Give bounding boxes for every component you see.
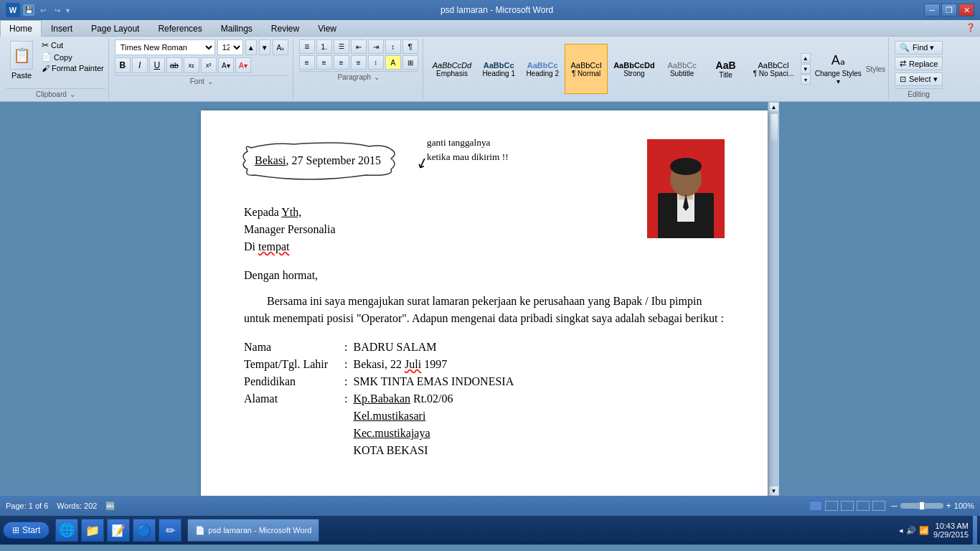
word-taskbar-icon: 📝 [111, 524, 126, 537]
align-right[interactable]: ≡ [334, 55, 349, 70]
bold-button[interactable]: B [115, 57, 131, 73]
clear-format-btn[interactable]: Aₐ [273, 39, 288, 55]
taskbar-explorer[interactable]: 📁 [81, 519, 104, 542]
field-nama: Nama : BADRU SALAM [244, 339, 514, 356]
style-scroll-up[interactable]: ▲ [801, 53, 811, 63]
field-label-lahir: Tempat/Tgl. Lahir [244, 356, 344, 373]
border-button[interactable]: ⊞ [402, 55, 418, 70]
zoom-controls: ─ + 100% [891, 501, 974, 511]
greeting-text: Dengan hormat, [244, 267, 725, 284]
redo-icon[interactable]: ↪ [52, 4, 63, 16]
font-size-select[interactable]: 12 [217, 39, 243, 55]
restore-button[interactable]: ❐ [941, 4, 957, 17]
undo-icon[interactable]: ↩ [37, 4, 49, 16]
style-heading2[interactable]: AaBbCc Heading 2 [521, 44, 564, 94]
style-strong[interactable]: AaBbCcDd Strong [608, 44, 659, 94]
justify-button[interactable]: ≡ [351, 55, 367, 70]
style-heading1[interactable]: AaBbCc Heading 1 [477, 44, 520, 94]
zoom-out-button[interactable]: ─ [891, 501, 897, 511]
numbering-button[interactable]: 1. [316, 39, 332, 54]
format-painter-action[interactable]: 🖌 Format Painter [40, 63, 105, 73]
zoom-slider[interactable] [900, 503, 943, 509]
zoom-in-button[interactable]: + [946, 501, 951, 511]
italic-button[interactable]: I [132, 57, 148, 73]
scroll-down-arrow[interactable]: ▼ [769, 486, 779, 496]
text-highlight-btn[interactable]: A▾ [218, 57, 234, 73]
style-normal-preview: AaBbCcI [570, 61, 601, 70]
find-button[interactable]: 🔍 Find ▾ [895, 41, 943, 55]
tab-home[interactable]: Home [0, 20, 42, 37]
bullets-button[interactable]: ≡ [299, 39, 315, 54]
style-title[interactable]: AaB Title [705, 44, 748, 94]
style-normal[interactable]: AaBbCcI ¶ Normal [565, 44, 608, 94]
scroll-up-arrow[interactable]: ▲ [769, 102, 779, 112]
full-screen-btn[interactable] [825, 501, 838, 511]
cut-action[interactable]: ✂ Cut [40, 39, 105, 51]
tab-view[interactable]: View [308, 20, 346, 37]
style-emphasis[interactable]: AaBbCcDd Emphasis [428, 44, 476, 94]
taskbar-ie[interactable]: 🌐 [55, 519, 78, 542]
close-button[interactable]: ✕ [958, 4, 974, 17]
style-scroll-down[interactable]: ▼ [801, 64, 811, 74]
clock-area[interactable]: 10:43 AM 9/29/2015 [933, 522, 969, 539]
font-size-decrease[interactable]: ▼ [259, 39, 270, 55]
decrease-indent[interactable]: ⇤ [351, 39, 367, 54]
scroll-thumb[interactable] [770, 113, 778, 142]
chrome-icon: 🔵 [137, 524, 151, 537]
change-styles-arrow: ▾ [837, 77, 840, 85]
taskbar-active-word[interactable]: 📄 psd lamaran - Microsoft Word [187, 519, 319, 542]
underline-button[interactable]: U [149, 57, 165, 73]
paste-icon: 📋 [10, 41, 33, 70]
taskbar-word[interactable]: 📝 [107, 519, 130, 542]
print-view-btn[interactable] [809, 501, 822, 511]
tab-insert[interactable]: Insert [42, 20, 82, 37]
font-expand[interactable]: ⌄ [207, 77, 213, 85]
style-subtitle[interactable]: AaBbCc Subtitle [661, 44, 704, 94]
style-nospacing[interactable]: AaBbCcI ¶ No Spaci... [748, 44, 799, 94]
copy-action[interactable]: 📄 Copy [40, 52, 105, 62]
draft-view-btn[interactable] [872, 501, 885, 511]
outline-view-btn[interactable] [857, 501, 870, 511]
font-size-increase[interactable]: ▲ [245, 39, 257, 55]
page-info: Page: 1 of 6 [6, 501, 48, 510]
taskbar-chrome[interactable]: 🔵 [133, 519, 156, 542]
document-page[interactable]: ganti tanggalnya ketika mau dikirim !! B… [201, 110, 768, 496]
change-styles-button[interactable]: Aₐ Change Styles ▾ [811, 50, 866, 88]
font-color-btn[interactable]: A▾ [235, 57, 251, 73]
show-desktop-btn[interactable] [973, 516, 977, 545]
field-label-pendidikan: Pendidikan [244, 373, 344, 390]
multilevel-button[interactable]: ☰ [334, 39, 349, 54]
font-name-select[interactable]: Times New Roman [115, 39, 215, 55]
start-button[interactable]: ⊞ Start [3, 522, 50, 539]
help-icon[interactable]: ❓ [961, 20, 980, 36]
field-sep-alamat4 [344, 442, 353, 459]
tab-references[interactable]: References [149, 20, 211, 37]
style-scroll-more[interactable]: ▾ [801, 75, 811, 85]
tab-review[interactable]: Review [262, 20, 308, 37]
minimize-button[interactable]: ─ [924, 4, 940, 17]
paste-button[interactable]: 📋 Paste [6, 39, 37, 88]
scissors-icon: ✂ [42, 40, 49, 50]
para-expand[interactable]: ⌄ [374, 73, 380, 81]
select-button[interactable]: ⊡ Select ▾ [895, 72, 943, 86]
superscript-button[interactable]: x² [201, 57, 217, 73]
clipboard-expand[interactable]: ⌄ [70, 90, 75, 98]
subscript-button[interactable]: x₂ [184, 57, 199, 73]
tray-arrow[interactable]: ◂ [899, 526, 903, 535]
increase-indent[interactable]: ⇥ [368, 39, 384, 54]
save-icon[interactable]: 💾 [23, 4, 34, 16]
line-spacing[interactable]: ↕ [368, 55, 384, 70]
web-view-btn[interactable] [841, 501, 854, 511]
align-left[interactable]: ≡ [299, 55, 315, 70]
tab-page-layout[interactable]: Page Layout [82, 20, 149, 37]
taskbar-pencil[interactable]: ✏ [159, 519, 182, 542]
sort-button[interactable]: ↕ [385, 39, 401, 54]
align-center[interactable]: ≡ [316, 55, 332, 70]
shading-button[interactable]: A [385, 55, 401, 70]
strikethrough-button[interactable]: ab [166, 57, 182, 73]
replace-button[interactable]: ⇄ Replace [895, 57, 943, 70]
tab-mailings[interactable]: Mailings [212, 20, 262, 37]
vertical-scrollbar[interactable]: ▲ ▼ [768, 102, 779, 496]
system-tray: ◂ 🔊 📶 [899, 526, 929, 535]
show-marks-button[interactable]: ¶ [402, 39, 418, 54]
